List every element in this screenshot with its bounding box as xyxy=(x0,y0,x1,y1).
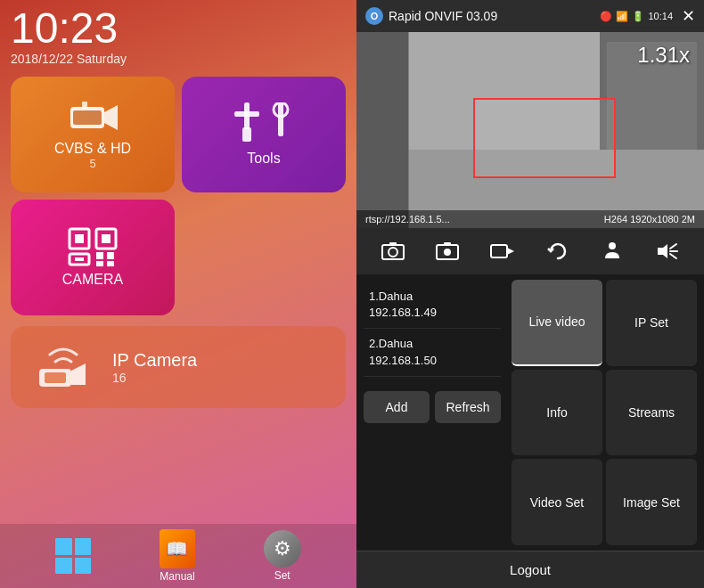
ip-camera-icon xyxy=(32,344,94,390)
svg-rect-14 xyxy=(75,257,84,261)
svg-line-38 xyxy=(670,244,676,249)
feed-info-bar: rtsp://192.168.1.5... H264 1920x1080 2M xyxy=(356,210,704,228)
svg-marker-2 xyxy=(104,105,118,130)
volume-button[interactable] xyxy=(650,235,685,267)
cvbs-tile[interactable]: CVBS & HD 5 xyxy=(11,77,175,192)
app-titlebar: O Rapid ONVIF 03.09 🔴 📶 🔋 10:14 ✕ xyxy=(356,0,704,32)
settings-button[interactable]: ⚙ Set xyxy=(264,530,301,582)
svg-rect-34 xyxy=(491,245,507,257)
camera-feed: 1.31x rtsp://192.168.1.5... H264 1920x10… xyxy=(356,32,704,228)
refresh-button[interactable] xyxy=(540,235,576,267)
battery-icon: 🔋 xyxy=(632,11,644,22)
add-button[interactable]: Add xyxy=(364,391,430,423)
svg-marker-37 xyxy=(658,244,667,258)
app-title: Rapid ONVIF 03.09 xyxy=(389,9,594,23)
tools-label: Tools xyxy=(247,151,280,167)
app-grid: CVBS & HD 5 Tools xyxy=(0,66,356,326)
clock: 10:14 xyxy=(648,11,673,21)
device-1-name: 1.Dahua xyxy=(369,289,495,305)
svg-rect-5 xyxy=(234,111,259,117)
snapshot-button[interactable] xyxy=(430,235,465,267)
svg-rect-17 xyxy=(96,261,103,266)
windows-icon xyxy=(55,538,91,574)
svg-rect-12 xyxy=(102,234,111,243)
ip-set-button[interactable]: IP Set xyxy=(606,280,697,366)
windows-button[interactable] xyxy=(55,538,91,574)
tools-icon xyxy=(234,102,293,142)
svg-rect-7 xyxy=(278,102,283,136)
svg-rect-18 xyxy=(107,261,114,266)
app-logo: O xyxy=(365,7,383,25)
logout-label: Logout xyxy=(510,562,551,577)
selection-rectangle xyxy=(473,98,616,178)
stream-url: rtsp://192.168.1.5... xyxy=(365,214,450,225)
right-panel: O Rapid ONVIF 03.09 🔴 📶 🔋 10:14 ✕ 1.31x xyxy=(356,0,704,588)
svg-rect-3 xyxy=(82,102,87,109)
ip-camera-label: IP Camera xyxy=(112,350,197,371)
manual-label: Manual xyxy=(160,570,194,583)
svg-rect-1 xyxy=(73,110,102,125)
bottom-bar: 📖 Manual ⚙ Set xyxy=(0,524,356,588)
live-video-button[interactable]: Live video xyxy=(512,280,602,366)
device-2-ip: 192.168.1.50 xyxy=(369,353,495,369)
settings-label: Set xyxy=(274,569,291,582)
ip-camera-tile[interactable]: IP Camera 16 xyxy=(11,326,346,408)
device-item-1[interactable]: 1.Dahua 192.168.1.49 xyxy=(364,282,501,329)
streams-button[interactable]: Streams xyxy=(606,370,697,456)
video-set-button[interactable]: Video Set xyxy=(512,459,602,545)
image-capture-button[interactable] xyxy=(375,235,411,267)
cvbs-camera-icon xyxy=(66,100,119,135)
svg-rect-33 xyxy=(444,242,451,246)
svg-rect-21 xyxy=(45,372,66,383)
svg-marker-35 xyxy=(507,248,514,255)
svg-point-32 xyxy=(444,249,451,256)
svg-rect-16 xyxy=(107,252,114,259)
logout-bar[interactable]: Logout xyxy=(356,551,704,588)
svg-point-29 xyxy=(389,248,397,257)
record-button[interactable] xyxy=(485,235,520,267)
device-1-ip: 192.168.1.49 xyxy=(369,305,495,321)
device-2-name: 2.Dahua xyxy=(369,336,495,352)
refresh-devices-button[interactable]: Refresh xyxy=(435,391,501,423)
svg-rect-27 xyxy=(356,32,409,228)
time-display: 10:23 xyxy=(11,7,346,50)
info-button[interactable]: Info xyxy=(512,370,602,456)
svg-rect-10 xyxy=(75,234,84,243)
device-actions: Add Refresh xyxy=(356,384,508,430)
manual-button[interactable]: 📖 Manual xyxy=(160,529,195,583)
svg-point-36 xyxy=(609,242,616,249)
camera-label: CAMERA xyxy=(62,272,123,288)
date-display: 2018/12/22 Saturday xyxy=(11,52,346,66)
status-bar: 10:23 2018/12/22 Saturday xyxy=(0,0,356,66)
settings-icon: ⚙ xyxy=(264,530,301,568)
right-button-panel: Live video IP Set Info Streams Video Set… xyxy=(508,274,704,551)
person-detect-button[interactable] xyxy=(594,235,630,267)
wifi-icon: 📶 xyxy=(616,11,628,22)
ip-camera-info: IP Camera 16 xyxy=(112,350,197,385)
device-item-2[interactable]: 2.Dahua 192.168.1.50 xyxy=(364,329,501,376)
stream-info: H264 1920x1080 2M xyxy=(604,214,695,225)
cvbs-sublabel: 5 xyxy=(89,157,95,170)
svg-marker-20 xyxy=(71,363,86,385)
image-set-button[interactable]: Image Set xyxy=(606,459,697,545)
manual-icon: 📖 xyxy=(160,529,195,568)
svg-rect-15 xyxy=(96,252,103,259)
close-button[interactable]: ✕ xyxy=(682,6,695,26)
svg-line-39 xyxy=(670,254,676,258)
camera-tile[interactable]: CAMERA xyxy=(11,200,175,315)
zoom-indicator: 1.31x xyxy=(637,43,690,68)
left-panel: 10:23 2018/12/22 Saturday CVBS & HD 5 xyxy=(0,0,356,588)
svg-rect-30 xyxy=(389,242,397,246)
tools-tile[interactable]: Tools xyxy=(182,77,346,192)
camera-icon xyxy=(68,227,118,266)
ip-camera-count: 16 xyxy=(112,371,197,385)
cvbs-label: CVBS & HD xyxy=(54,141,131,157)
svg-rect-6 xyxy=(242,127,251,142)
record-icon: 🔴 xyxy=(600,11,612,22)
device-list: 1.Dahua 192.168.1.49 2.Dahua 192.168.1.5… xyxy=(356,274,508,384)
camera-controls xyxy=(356,228,704,274)
status-icons: 🔴 📶 🔋 10:14 xyxy=(600,11,673,22)
bottom-section: 1.Dahua 192.168.1.49 2.Dahua 192.168.1.5… xyxy=(356,274,704,551)
